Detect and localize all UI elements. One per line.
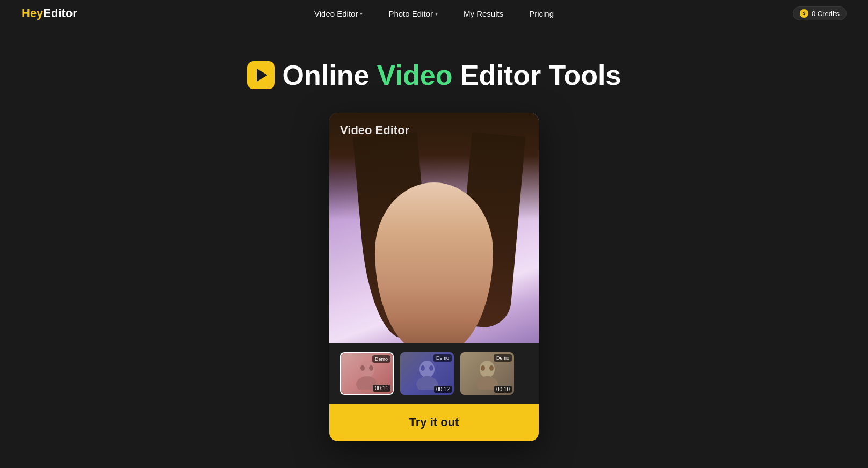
demo-badge-3: Demo bbox=[494, 354, 512, 362]
time-badge-1: 00:11 bbox=[373, 385, 390, 392]
svg-point-3 bbox=[369, 365, 373, 371]
play-triangle-icon bbox=[257, 69, 267, 82]
play-icon bbox=[247, 61, 275, 89]
time-badge-2: 00:12 bbox=[434, 386, 452, 393]
svg-point-2 bbox=[360, 365, 365, 371]
credits-count: 0 Credits bbox=[812, 10, 840, 18]
thumbnail-strip: Demo 00:11 Demo 00:12 bbox=[329, 343, 539, 404]
hero-title: Online Video Editor Tools bbox=[283, 59, 621, 91]
thumbnail-item-3[interactable]: Demo 00:10 bbox=[460, 352, 514, 395]
nav-pricing[interactable]: Pricing bbox=[529, 9, 554, 18]
try-it-out-button[interactable]: Try it out bbox=[329, 404, 539, 441]
face-thumb-3-icon bbox=[471, 357, 503, 390]
svg-point-6 bbox=[421, 365, 425, 371]
demo-badge-2: Demo bbox=[433, 354, 452, 362]
nav-links: Video Editor ▾ Photo Editor ▾ My Results… bbox=[314, 9, 554, 18]
time-badge-3: 00:10 bbox=[494, 386, 512, 393]
svg-point-10 bbox=[481, 365, 485, 371]
svg-point-7 bbox=[429, 365, 433, 371]
card-video-label: Video Editor bbox=[340, 123, 409, 137]
nav-video-editor[interactable]: Video Editor ▾ bbox=[314, 9, 363, 18]
logo-hey: Hey bbox=[21, 6, 43, 20]
credits-button[interactable]: $ 0 Credits bbox=[793, 6, 847, 20]
navbar: Hey Editor Video Editor ▾ Photo Editor ▾… bbox=[0, 0, 868, 27]
thumbnail-item-2[interactable]: Demo 00:12 bbox=[400, 352, 454, 395]
demo-badge-1: Demo bbox=[372, 355, 390, 363]
logo[interactable]: Hey Editor bbox=[21, 6, 77, 20]
thumbnail-item-1[interactable]: Demo 00:11 bbox=[340, 352, 394, 395]
logo-editor: Editor bbox=[43, 6, 77, 20]
face-thumb-2-icon bbox=[411, 357, 443, 390]
face-shape bbox=[375, 182, 493, 343]
nav-my-results[interactable]: My Results bbox=[464, 9, 503, 18]
credits-coin-icon: $ bbox=[800, 9, 808, 18]
nav-photo-editor[interactable]: Photo Editor ▾ bbox=[388, 9, 438, 18]
editor-card: Video Editor bbox=[329, 113, 539, 441]
face-illustration bbox=[329, 113, 539, 343]
chevron-down-icon: ▾ bbox=[435, 11, 438, 17]
main-content: Online Video Editor Tools Video Editor bbox=[0, 27, 868, 441]
page-title: Online Video Editor Tools bbox=[247, 59, 621, 91]
chevron-down-icon: ▾ bbox=[360, 11, 363, 17]
svg-point-11 bbox=[489, 365, 494, 371]
card-image-area: Video Editor bbox=[329, 113, 539, 343]
